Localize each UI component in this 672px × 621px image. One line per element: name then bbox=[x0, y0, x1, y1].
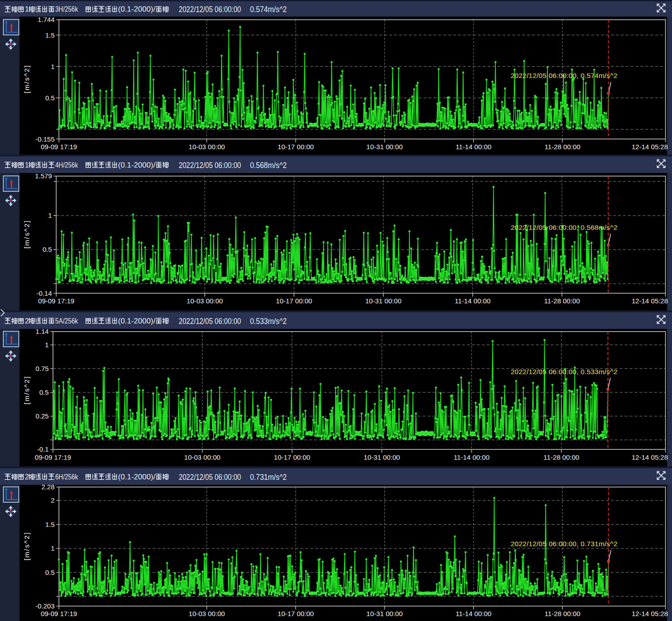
svg-text:2022/12/05 06:00:00, 0.533m/s^: 2022/12/05 06:00:00, 0.533m/s^2 bbox=[511, 368, 617, 375]
svg-text:12-14 05:28: 12-14 05:28 bbox=[632, 143, 668, 151]
svg-text:11-14 00:00: 11-14 00:00 bbox=[454, 453, 490, 461]
svg-text:0.5: 0.5 bbox=[45, 569, 55, 576]
svg-text:2022/12/05 06:00:00, 0.568m/s^: 2022/12/05 06:00:00, 0.568m/s^2 bbox=[511, 224, 617, 231]
svg-text:11-28 00:00: 11-28 00:00 bbox=[544, 610, 580, 617]
svg-text:0.75: 0.75 bbox=[35, 365, 49, 372]
svg-text:10-31 00:00: 10-31 00:00 bbox=[366, 143, 403, 151]
svg-text:-0.155: -0.155 bbox=[35, 135, 55, 143]
svg-text:4H/256k: 4H/256k bbox=[55, 161, 78, 169]
svg-text:11-28 00:00: 11-28 00:00 bbox=[544, 143, 580, 151]
svg-text:2022/12/05 06:00:00: 2022/12/05 06:00:00 bbox=[179, 316, 241, 326]
svg-text:1: 1 bbox=[25, 5, 29, 13]
svg-text:11-28 00:00: 11-28 00:00 bbox=[544, 297, 580, 305]
svg-text:2.28: 2.28 bbox=[41, 483, 55, 491]
svg-text:11-14 00:00: 11-14 00:00 bbox=[456, 610, 491, 617]
svg-text:-0.203: -0.203 bbox=[35, 602, 55, 610]
svg-text:(0.1-2000)/: (0.1-2000)/ bbox=[118, 473, 156, 481]
svg-text:1.14: 1.14 bbox=[35, 328, 49, 335]
svg-text:0.5: 0.5 bbox=[45, 94, 55, 102]
svg-text:10-17 00:00: 10-17 00:00 bbox=[277, 143, 314, 151]
svg-text:1.579: 1.579 bbox=[35, 172, 52, 180]
svg-text:[m/s^2]: [m/s^2] bbox=[23, 377, 30, 405]
svg-text:10-31 00:00: 10-31 00:00 bbox=[364, 453, 400, 461]
svg-text:11-14 00:00: 11-14 00:00 bbox=[455, 297, 491, 305]
svg-text:2: 2 bbox=[25, 317, 29, 325]
svg-text:0.568m/s^2: 0.568m/s^2 bbox=[250, 160, 287, 170]
svg-text:12-14 05:28: 12-14 05:28 bbox=[632, 297, 668, 305]
svg-text:0.574m/s^2: 0.574m/s^2 bbox=[250, 4, 287, 14]
svg-text:[m/s^2]: [m/s^2] bbox=[23, 221, 30, 249]
svg-text:11-14 00:00: 11-14 00:00 bbox=[456, 143, 491, 151]
svg-text:10-03 00:00: 10-03 00:00 bbox=[189, 610, 225, 617]
svg-text:10-03 00:00: 10-03 00:00 bbox=[189, 143, 225, 151]
svg-text:2: 2 bbox=[25, 473, 29, 481]
svg-text:1.744: 1.744 bbox=[38, 16, 55, 23]
svg-text:2022/12/05 06:00:00, 0.574m/s^: 2022/12/05 06:00:00, 0.574m/s^2 bbox=[511, 72, 617, 79]
svg-text:0.5: 0.5 bbox=[43, 246, 52, 253]
svg-text:0.25: 0.25 bbox=[35, 412, 49, 420]
svg-text:3H/256k: 3H/256k bbox=[55, 5, 78, 13]
svg-text:1: 1 bbox=[48, 211, 52, 219]
svg-text:1.5: 1.5 bbox=[45, 521, 55, 528]
svg-text:0.5: 0.5 bbox=[39, 388, 49, 396]
svg-text:-0.1: -0.1 bbox=[37, 445, 49, 453]
svg-text:5A/256k: 5A/256k bbox=[55, 317, 78, 325]
svg-text:[m/s^2]: [m/s^2] bbox=[23, 533, 30, 561]
svg-text:(0.1-2000)/: (0.1-2000)/ bbox=[118, 317, 156, 325]
svg-text:2022/12/05 06:00:00: 2022/12/05 06:00:00 bbox=[179, 160, 241, 170]
svg-text:-0.14: -0.14 bbox=[36, 289, 52, 297]
svg-text:0.731m/s^2: 0.731m/s^2 bbox=[250, 472, 287, 482]
svg-text:11-28 00:00: 11-28 00:00 bbox=[543, 453, 579, 461]
svg-text:09-09 17:19: 09-09 17:19 bbox=[38, 297, 74, 305]
svg-text:10-17 00:00: 10-17 00:00 bbox=[274, 453, 310, 461]
svg-text:09-09 17:19: 09-09 17:19 bbox=[41, 143, 77, 151]
svg-text:10-03 00:00: 10-03 00:00 bbox=[186, 297, 223, 305]
svg-text:[m/s^2]: [m/s^2] bbox=[23, 65, 30, 93]
svg-text:2022/12/05 06:00:00: 2022/12/05 06:00:00 bbox=[179, 472, 241, 482]
svg-text:1: 1 bbox=[51, 63, 55, 70]
svg-text:2022/12/05 06:00:00, 0.731m/s^: 2022/12/05 06:00:00, 0.731m/s^2 bbox=[511, 540, 617, 548]
svg-text:10-31 00:00: 10-31 00:00 bbox=[366, 610, 403, 617]
svg-text:10-17 00:00: 10-17 00:00 bbox=[277, 610, 314, 617]
svg-text:2022/12/05 06:00:00: 2022/12/05 06:00:00 bbox=[179, 4, 241, 14]
svg-text:1: 1 bbox=[45, 341, 48, 349]
svg-text:12-14 05:28: 12-14 05:28 bbox=[632, 453, 668, 461]
svg-text:(0.1-2000)/: (0.1-2000)/ bbox=[118, 161, 156, 169]
svg-text:12-14 05:28: 12-14 05:28 bbox=[632, 610, 668, 617]
svg-text:1: 1 bbox=[25, 161, 29, 169]
svg-text:09-09 17:19: 09-09 17:19 bbox=[35, 453, 71, 461]
svg-text:2: 2 bbox=[51, 496, 55, 504]
svg-text:10-31 00:00: 10-31 00:00 bbox=[365, 297, 401, 305]
svg-text:09-09 17:19: 09-09 17:19 bbox=[41, 610, 77, 617]
svg-text:(0.1-2000)/: (0.1-2000)/ bbox=[118, 5, 156, 13]
svg-text:0.533m/s^2: 0.533m/s^2 bbox=[250, 316, 287, 326]
svg-text:6H/256k: 6H/256k bbox=[55, 473, 78, 481]
svg-text:10-17 00:00: 10-17 00:00 bbox=[276, 297, 312, 305]
svg-text:1.5: 1.5 bbox=[45, 31, 55, 39]
svg-text:10-03 00:00: 10-03 00:00 bbox=[184, 453, 220, 461]
svg-text:1: 1 bbox=[51, 544, 55, 552]
